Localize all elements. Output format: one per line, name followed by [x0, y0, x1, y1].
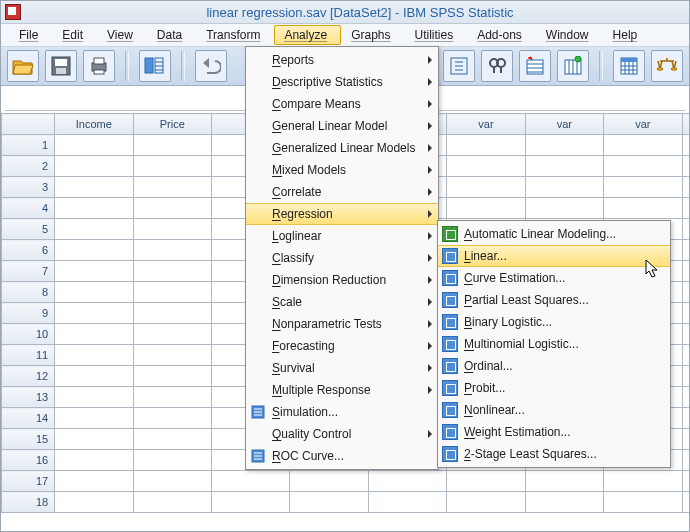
- data-cell[interactable]: [682, 408, 689, 429]
- data-cell[interactable]: [55, 324, 133, 345]
- data-cell[interactable]: [133, 387, 211, 408]
- column-header[interactable]: var: [604, 114, 682, 135]
- data-cell[interactable]: [447, 177, 525, 198]
- goto-case-icon[interactable]: [443, 50, 475, 82]
- data-cell[interactable]: [682, 282, 689, 303]
- data-cell[interactable]: [682, 198, 689, 219]
- row-header[interactable]: 15: [2, 429, 55, 450]
- regression-submenu-item[interactable]: Partial Least Squares...: [438, 289, 670, 311]
- data-cell[interactable]: [604, 135, 682, 156]
- data-cell[interactable]: [133, 282, 211, 303]
- analyze-menu-item[interactable]: Regression: [246, 203, 438, 225]
- analyze-dropdown[interactable]: ReportsDescriptive StatisticsCompare Mea…: [245, 46, 439, 470]
- insert-variable-icon[interactable]: [557, 50, 589, 82]
- data-cell[interactable]: [525, 471, 603, 492]
- data-cell[interactable]: [682, 324, 689, 345]
- data-cell[interactable]: [368, 492, 446, 513]
- data-cell[interactable]: [133, 471, 211, 492]
- menu-help[interactable]: Help: [603, 25, 652, 45]
- data-cell[interactable]: [368, 471, 446, 492]
- data-cell[interactable]: [525, 492, 603, 513]
- row-header[interactable]: 9: [2, 303, 55, 324]
- menu-data[interactable]: Data: [147, 25, 196, 45]
- data-cell[interactable]: [55, 471, 133, 492]
- regression-submenu-item[interactable]: Multinomial Logistic...: [438, 333, 670, 355]
- data-cell[interactable]: [447, 492, 525, 513]
- row-header[interactable]: 4: [2, 198, 55, 219]
- data-cell[interactable]: [55, 261, 133, 282]
- row-header[interactable]: 3: [2, 177, 55, 198]
- data-cell[interactable]: [55, 387, 133, 408]
- row-header[interactable]: 12: [2, 366, 55, 387]
- analyze-menu-item[interactable]: ROC Curve...: [246, 445, 438, 467]
- data-cell[interactable]: [55, 345, 133, 366]
- data-cell[interactable]: [55, 135, 133, 156]
- data-cell[interactable]: [447, 156, 525, 177]
- analyze-menu-item[interactable]: Compare Means: [246, 93, 438, 115]
- menu-graphs[interactable]: Graphs: [341, 25, 404, 45]
- analyze-menu-item[interactable]: Scale: [246, 291, 438, 313]
- data-cell[interactable]: [604, 177, 682, 198]
- regression-submenu-item[interactable]: Nonlinear...: [438, 399, 670, 421]
- print-icon[interactable]: [83, 50, 115, 82]
- data-cell[interactable]: [55, 240, 133, 261]
- menu-utilities[interactable]: Utilities: [404, 25, 467, 45]
- split-file-icon[interactable]: [613, 50, 645, 82]
- data-cell[interactable]: [525, 135, 603, 156]
- row-header[interactable]: 17: [2, 471, 55, 492]
- row-header[interactable]: 8: [2, 282, 55, 303]
- data-cell[interactable]: [682, 156, 689, 177]
- regression-submenu-item[interactable]: Automatic Linear Modeling...: [438, 223, 670, 245]
- data-cell[interactable]: [447, 135, 525, 156]
- undo-icon[interactable]: [195, 50, 227, 82]
- corner-cell[interactable]: [2, 114, 55, 135]
- data-cell[interactable]: [290, 492, 368, 513]
- analyze-menu-item[interactable]: General Linear Model: [246, 115, 438, 137]
- data-cell[interactable]: [133, 219, 211, 240]
- menu-transform[interactable]: Transform: [196, 25, 274, 45]
- analyze-menu-item[interactable]: Dimension Reduction: [246, 269, 438, 291]
- data-cell[interactable]: [211, 492, 289, 513]
- data-cell[interactable]: [133, 345, 211, 366]
- data-cell[interactable]: [55, 198, 133, 219]
- analyze-menu-item[interactable]: Nonparametric Tests: [246, 313, 438, 335]
- regression-submenu-item[interactable]: Linear...: [438, 245, 670, 267]
- data-cell[interactable]: [133, 492, 211, 513]
- analyze-menu-item[interactable]: Forecasting: [246, 335, 438, 357]
- row-header[interactable]: 7: [2, 261, 55, 282]
- data-cell[interactable]: [682, 492, 689, 513]
- data-cell[interactable]: [55, 492, 133, 513]
- data-cell[interactable]: [682, 240, 689, 261]
- row-header[interactable]: 11: [2, 345, 55, 366]
- data-cell[interactable]: [133, 261, 211, 282]
- data-cell[interactable]: [682, 387, 689, 408]
- analyze-menu-item[interactable]: Multiple Response: [246, 379, 438, 401]
- data-cell[interactable]: [55, 156, 133, 177]
- data-cell[interactable]: [55, 429, 133, 450]
- data-cell[interactable]: [682, 177, 689, 198]
- data-cell[interactable]: [682, 429, 689, 450]
- data-cell[interactable]: [133, 450, 211, 471]
- row-header[interactable]: 16: [2, 450, 55, 471]
- row-header[interactable]: 2: [2, 156, 55, 177]
- menu-analyze[interactable]: Analyze: [274, 25, 341, 45]
- data-cell[interactable]: [682, 366, 689, 387]
- row-header[interactable]: 6: [2, 240, 55, 261]
- analyze-menu-item[interactable]: Simulation...: [246, 401, 438, 423]
- open-icon[interactable]: [7, 50, 39, 82]
- data-cell[interactable]: [682, 345, 689, 366]
- data-cell[interactable]: [604, 471, 682, 492]
- column-header[interactable]: var: [447, 114, 525, 135]
- data-cell[interactable]: [447, 471, 525, 492]
- analyze-menu-item[interactable]: Loglinear: [246, 225, 438, 247]
- data-cell[interactable]: [682, 303, 689, 324]
- data-cell[interactable]: [682, 471, 689, 492]
- data-cell[interactable]: [55, 366, 133, 387]
- row-header[interactable]: 13: [2, 387, 55, 408]
- data-cell[interactable]: [682, 261, 689, 282]
- regression-submenu-item[interactable]: 2-Stage Least Squares...: [438, 443, 670, 465]
- data-cell[interactable]: [133, 240, 211, 261]
- data-cell[interactable]: [55, 408, 133, 429]
- data-cell[interactable]: [55, 282, 133, 303]
- data-cell[interactable]: [133, 198, 211, 219]
